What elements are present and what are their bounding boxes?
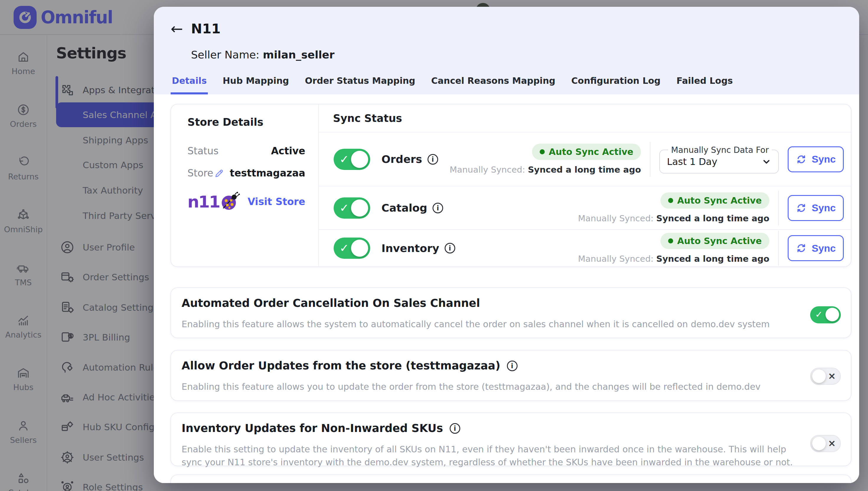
- sync-row-catalog: ✓ Catalog i Auto Sync Active: [319, 186, 851, 230]
- sync-row-orders: ✓ Orders i Auto Sync Active: [319, 133, 851, 186]
- catalog-sync-button[interactable]: Sync: [788, 195, 844, 221]
- inventory-updates-card: Inventory Updates for Non-Inwarded SKUs …: [170, 412, 851, 466]
- info-icon[interactable]: i: [450, 423, 460, 434]
- auto-cancellation-description: Enabling this feature allows the system …: [181, 318, 796, 331]
- order-updates-card: Allow Order Updates from the store (test…: [170, 350, 851, 401]
- info-icon[interactable]: i: [427, 154, 438, 165]
- store-details-section: Store Details Status Active Store testtm…: [171, 105, 319, 266]
- modal-content: Store Details Status Active Store testtm…: [154, 94, 859, 483]
- ladybug-icon: [219, 191, 240, 212]
- refresh-icon: [796, 242, 807, 254]
- tab-configuration-log[interactable]: Configuration Log: [570, 76, 662, 94]
- auto-sync-badge: Auto Sync Active: [532, 144, 641, 160]
- divider: [778, 231, 779, 266]
- chevron-down-icon: [761, 156, 772, 167]
- order-updates-title: Allow Order Updates from the store (test…: [181, 359, 840, 372]
- sync-status-title: Sync Status: [319, 105, 851, 133]
- refresh-icon: [796, 202, 807, 214]
- manual-sync-range-select[interactable]: Manually Sync Data For Last 1 Day: [659, 145, 779, 173]
- green-dot-icon: [668, 238, 673, 243]
- sales-channel-app-modal: ← N11 Seller Name: milan_seller Details …: [154, 7, 859, 483]
- manually-synced-text: Manually Synced: Synced a long time ago: [578, 254, 769, 264]
- green-dot-icon: [668, 198, 673, 203]
- catalog-label: Catalog i: [382, 202, 443, 214]
- order-updates-toggle[interactable]: ×: [810, 368, 841, 385]
- catalog-sync-status: Auto Sync Active Manually Synced: Synced…: [578, 192, 769, 223]
- seller-name-label: Seller Name:: [191, 49, 259, 61]
- modal-title: N11: [191, 21, 221, 36]
- info-icon[interactable]: i: [445, 243, 455, 254]
- store-sync-card: Store Details Status Active Store testtm…: [170, 104, 851, 267]
- modal-header: ← N11 Seller Name: milan_seller Details …: [154, 7, 859, 94]
- auto-sync-badge: Auto Sync Active: [661, 192, 769, 209]
- auto-cancellation-toggle[interactable]: ✓: [810, 306, 841, 323]
- auto-cancellation-card: Automated Order Cancellation On Sales Ch…: [170, 287, 851, 338]
- inventory-updates-toggle[interactable]: ×: [810, 435, 841, 452]
- modal-tabs: Details Hub Mapping Order Status Mapping…: [171, 76, 734, 94]
- inventory-sync-toggle[interactable]: ✓: [334, 237, 370, 259]
- refresh-icon: [796, 154, 807, 165]
- store-row: Store testtmagazaa: [188, 167, 305, 179]
- catalog-sync-toggle[interactable]: ✓: [334, 197, 370, 219]
- status-value: Active: [271, 145, 305, 157]
- sync-status-section: Sync Status ✓ Orders i: [319, 105, 851, 266]
- orders-sync-button[interactable]: Sync: [788, 146, 844, 172]
- store-logo-row: n11: [188, 191, 305, 212]
- inventory-updates-title: Inventory Updates for Non-Inwarded SKUs …: [181, 422, 840, 435]
- check-icon: ✓: [815, 310, 822, 319]
- visit-store-link[interactable]: Visit Store: [248, 196, 305, 207]
- orders-label: Orders i: [382, 153, 438, 165]
- manually-synced-text: Manually Synced: Synced a long time ago: [578, 213, 769, 223]
- order-updates-description: Enabling this feature allows you to upda…: [181, 380, 796, 393]
- store-label: Store: [188, 167, 213, 179]
- divider: [778, 191, 779, 225]
- check-icon: ✓: [339, 202, 349, 214]
- store-value: testtmagazaa: [230, 167, 305, 179]
- tab-cancel-reasons-mapping[interactable]: Cancel Reasons Mapping: [430, 76, 557, 94]
- status-row: Status Active: [188, 145, 305, 157]
- cross-icon: ×: [828, 438, 836, 448]
- divider: [650, 142, 650, 177]
- info-icon[interactable]: i: [432, 203, 443, 213]
- auto-cancellation-title: Automated Order Cancellation On Sales Ch…: [181, 297, 840, 310]
- inventory-updates-description: Enable this setting to update the invent…: [181, 443, 796, 469]
- check-icon: ✓: [339, 242, 349, 254]
- next-card-peek: [170, 474, 851, 483]
- edit-store-icon[interactable]: [214, 168, 225, 179]
- orders-sync-status: Auto Sync Active Manually Synced: Synced…: [450, 144, 641, 175]
- tab-hub-mapping[interactable]: Hub Mapping: [221, 76, 290, 94]
- inventory-label: Inventory i: [382, 242, 455, 254]
- orders-sync-toggle[interactable]: ✓: [334, 149, 370, 170]
- n11-store-logo: n11: [188, 191, 240, 212]
- cross-icon: ×: [828, 371, 836, 381]
- store-details-title: Store Details: [188, 116, 305, 128]
- manually-synced-text: Manually Synced: Synced a long time ago: [450, 165, 641, 175]
- tab-failed-logs[interactable]: Failed Logs: [675, 76, 734, 94]
- seller-name-value: milan_seller: [263, 49, 335, 61]
- status-label: Status: [188, 145, 219, 157]
- check-icon: ✓: [339, 154, 349, 165]
- back-button[interactable]: ←: [171, 22, 183, 36]
- tab-details[interactable]: Details: [171, 76, 208, 94]
- tab-order-status-mapping[interactable]: Order Status Mapping: [304, 76, 417, 94]
- selected-range-value: Last 1 Day: [667, 156, 718, 167]
- inventory-sync-button[interactable]: Sync: [788, 235, 844, 261]
- auto-sync-badge: Auto Sync Active: [661, 233, 769, 249]
- inventory-sync-status: Auto Sync Active Manually Synced: Synced…: [578, 233, 769, 264]
- sync-row-inventory: ✓ Inventory i Auto Sync Active: [319, 230, 851, 266]
- green-dot-icon: [540, 149, 545, 154]
- seller-name-line: Seller Name: milan_seller: [191, 49, 335, 61]
- info-icon[interactable]: i: [507, 360, 517, 371]
